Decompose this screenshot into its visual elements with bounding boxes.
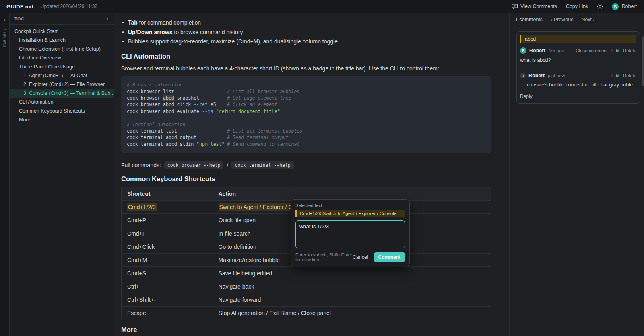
table-cell: Cmd+1/2/3: [122, 201, 213, 214]
toc-item[interactable]: 3. Console (Cmd+3) — Terminal & Bub...: [10, 89, 114, 98]
code-token: # Read terminal output: [227, 135, 288, 140]
chevron-left-icon: ‹: [551, 17, 552, 23]
view-comments-label: View Comments: [520, 4, 557, 9]
updated-timestamp: Updated 2026/04/29 11:38: [41, 4, 97, 9]
code-token: # Click an element: [227, 102, 277, 107]
table-cell: Stop AI generation / Exit Blame / Close …: [213, 307, 491, 320]
top-bar: GUIDE.md Updated 2026/04/29 11:38 View C…: [0, 0, 644, 13]
theme-toggle-button[interactable]: [597, 4, 603, 10]
table-cell: Cmd+S: [122, 267, 213, 280]
submit-hint: Enter to submit, Shift+Enter for new lin…: [295, 252, 353, 262]
comment-meta-row: R Robert 1m ago Close commentEditDelete: [520, 47, 636, 54]
cancel-button[interactable]: Cancel: [353, 254, 368, 260]
code-token: cock terminal abcd stdin: [127, 141, 196, 147]
table-cell: Cmd+M: [122, 254, 213, 267]
toc-item[interactable]: Interface Overview: [10, 53, 114, 62]
user-name: Robert: [621, 4, 637, 9]
code-line: cock terminal list # List all terminal b…: [127, 128, 486, 134]
previous-comment-button[interactable]: ‹ Previous: [551, 17, 573, 23]
delete-action[interactable]: Delete: [623, 73, 636, 78]
code-token: # Browser automation: [127, 82, 182, 88]
code-line: cock terminal abcd output # Read termina…: [127, 134, 486, 141]
comment-input[interactable]: what is 1/2/3: [295, 220, 405, 248]
comments-count: 1 comments: [515, 17, 543, 23]
table-cell: Cmd+F: [122, 227, 213, 240]
view-comments-button[interactable]: View Comments: [512, 4, 557, 9]
toc-item[interactable]: Common Keyboard Shortcuts: [10, 107, 114, 115]
table-cell: Navigate back: [213, 280, 491, 293]
toc-item[interactable]: 1. Agent (Cmd+1) — AI Chat: [10, 71, 114, 80]
commented-text[interactable]: Cmd+1/2/3: [127, 203, 157, 211]
toc-item[interactable]: Installation & Launch: [10, 36, 114, 45]
copy-link-button[interactable]: Copy Link: [566, 4, 588, 9]
table-cell: Escape: [122, 307, 213, 320]
edit-action[interactable]: Edit: [611, 48, 619, 53]
scrollbar-thumb[interactable]: [642, 36, 644, 86]
reviews-tab[interactable]: 7 reviews: [2, 28, 7, 48]
table-row: Ctrl+-Navigate back: [122, 280, 491, 293]
delete-action[interactable]: Delete: [623, 48, 636, 53]
comment-submit-button[interactable]: Comment: [374, 252, 405, 262]
comment-thread-card: abcd R Robert 1m ago Close commentEditDe…: [516, 31, 640, 104]
code-line: # Browser automation: [127, 82, 486, 88]
user-menu[interactable]: R Robert: [612, 3, 637, 10]
code-line: # Terminal automation: [127, 121, 486, 128]
reply-meta-row: R Robert just now EditDelete: [520, 73, 636, 78]
toc-item[interactable]: More: [10, 115, 114, 124]
code-line: cock terminal abcd stdin "npm test" # Se…: [127, 141, 486, 148]
next-comment-button[interactable]: Next ›: [581, 17, 594, 23]
table-header-cell: Shortcut: [122, 187, 213, 201]
quoted-selection[interactable]: abcd: [520, 35, 636, 43]
edit-action[interactable]: Edit: [611, 73, 619, 78]
code-token: # Send command to terminal: [227, 141, 299, 147]
code-token: --js: [202, 109, 213, 114]
code-token: --ref: [194, 102, 208, 107]
bullet-item: Tab for command completion: [121, 18, 491, 28]
toc-item[interactable]: Three-Panel Core Usage: [10, 62, 114, 71]
reply-button[interactable]: Reply: [520, 94, 636, 99]
code-line: cock browser abcd snapshot # Get page el…: [127, 95, 486, 101]
code-token: cock browser abcd evaluate: [127, 109, 202, 114]
shortcuts-heading: Common Keyboard Shortcuts: [121, 175, 491, 183]
code-token: cock browser: [127, 95, 163, 101]
comment-actions: Close commentEditDelete: [576, 48, 636, 53]
table-row: Cmd+SSave file being edited: [122, 267, 491, 280]
comment-author: Robert: [529, 48, 545, 53]
expand-panel-icon[interactable]: ›: [4, 17, 5, 23]
collapse-sidebar-icon[interactable]: ‹: [107, 16, 109, 22]
comment-body: what is abcd?: [520, 57, 636, 64]
close-comment-action[interactable]: Close comment: [576, 48, 608, 53]
chevron-right-icon: ›: [593, 17, 595, 23]
previous-label: Previous: [554, 17, 574, 23]
code-token: # Terminal automation: [127, 122, 185, 127]
comments-header: 1 comments ‹ Previous Next ›: [510, 13, 644, 26]
reply-body: console's bubble connect id. title bar g…: [527, 82, 636, 88]
toc-item[interactable]: 2. Explorer (Cmd+2) — File Browser: [10, 80, 114, 89]
reply-time: just now: [548, 73, 565, 78]
code-token: [213, 109, 216, 114]
document-pane[interactable]: Tab for command completionUp/Down arrows…: [114, 13, 510, 336]
toc-sidebar: TOC ‹ Cockpit Quick StartInstallation & …: [10, 13, 114, 336]
app-window: GUIDE.md Updated 2026/04/29 11:38 View C…: [0, 0, 644, 336]
toc-item[interactable]: Chrome Extension (First-time Setup): [10, 45, 114, 53]
inline-code-terminal-help: cock terminal --help: [231, 161, 293, 169]
sun-icon: [597, 4, 603, 10]
code-token: "return document.title": [216, 109, 280, 114]
file-title: GUIDE.md: [6, 4, 33, 10]
comment-composer-popup: Selected text Cmd+1/2/3Switch to Agent /…: [291, 199, 410, 266]
command-separator: /: [227, 162, 228, 168]
table-cell: Cmd+Click: [122, 240, 213, 254]
code-block: # Browser automationcock browser list # …: [121, 76, 491, 153]
table-row: Ctrl+Shift+-Navigate forward: [122, 293, 491, 307]
commented-code-text[interactable]: abcd: [163, 95, 174, 101]
table-header-cell: Action: [213, 187, 491, 201]
toc-item[interactable]: Cockpit Quick Start: [10, 27, 114, 36]
code-token: snapshot: [174, 95, 227, 101]
comment-time: 1m ago: [549, 48, 564, 53]
popup-footer: Enter to submit, Shift+Enter for new lin…: [295, 252, 405, 262]
text-caret: [329, 224, 329, 229]
table-header-row: ShortcutAction: [122, 187, 491, 201]
toc-title: TOC: [14, 16, 25, 21]
user-avatar: R: [612, 3, 619, 10]
toc-item[interactable]: CLI Automation: [10, 98, 114, 107]
